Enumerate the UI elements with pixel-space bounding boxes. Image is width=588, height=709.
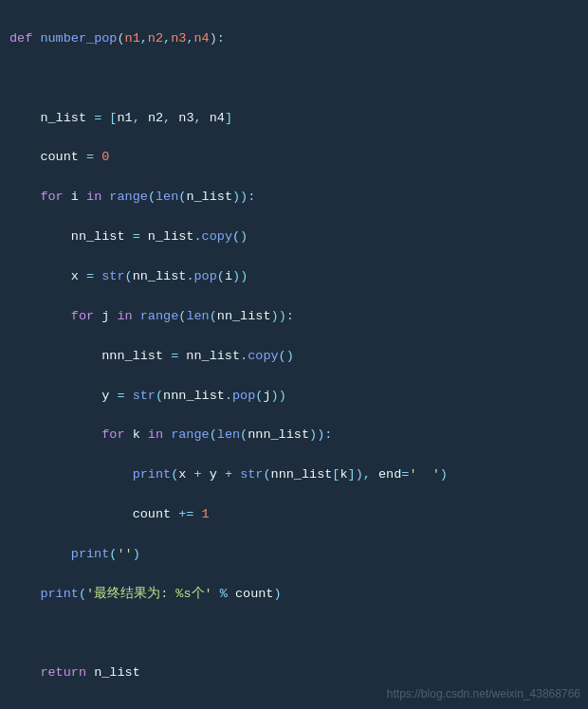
watermark-text: https://blog.csdn.net/weixin_43868766 [387, 685, 580, 703]
code-block: def number_pop(n1,n2,n3,n4): n_list = [n… [0, 0, 588, 709]
